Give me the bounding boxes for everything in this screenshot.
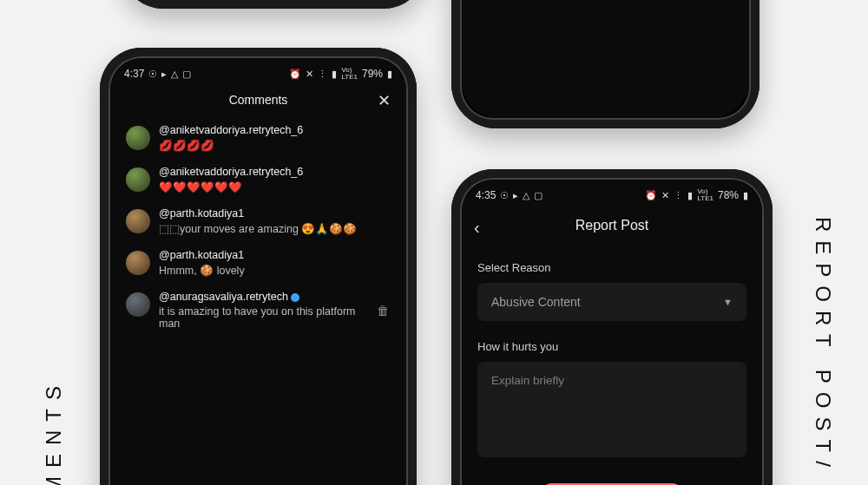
comment-username[interactable]: @anuragsavaliya.retrytech — [159, 291, 368, 303]
comment-text: ❤️❤️❤️❤️❤️❤️ — [159, 180, 303, 193]
mute-icon: ✕ — [661, 191, 669, 200]
comment-username[interactable]: @parth.kotadiya1 — [159, 207, 357, 220]
explain-textarea[interactable]: Explain briefly — [477, 362, 746, 457]
avatar — [126, 126, 150, 150]
lte-icon: Vo)LTE1 — [341, 67, 358, 81]
close-icon[interactable]: ✕ — [378, 91, 391, 110]
comment-item[interactable]: @parth.kotadiya1 Hmmm, 🍪 lovely — [110, 244, 406, 285]
side-label-report: REPORT POST/ — [811, 217, 835, 475]
avatar — [126, 167, 150, 192]
comment-text: ⬚⬚your moves are amazing 😍🙏🍪🍪 — [159, 222, 357, 235]
reason-selected-value: Abusive Content — [491, 295, 581, 309]
mute-icon: ✕ — [306, 69, 313, 79]
comment-item[interactable]: @anuragsavaliya.retrytech it is amazing … — [110, 285, 406, 338]
chevron-down-icon: ▼ — [723, 297, 733, 307]
bell-icon: △ — [171, 69, 178, 79]
wifi-icon: ⋮ — [674, 191, 683, 200]
avatar — [126, 292, 150, 317]
image-icon: ▢ — [182, 69, 191, 79]
delete-comment-icon[interactable]: 🗑 — [377, 304, 391, 318]
comment-username[interactable]: @aniketvaddoriya.retrytech_6 — [159, 166, 303, 178]
comments-list: @aniketvaddoriya.retrytech_6 💋💋💋💋 @anike… — [110, 119, 406, 338]
comment-item[interactable]: @aniketvaddoriya.retrytech_6 💋💋💋💋 — [110, 119, 406, 161]
comment-item[interactable]: @aniketvaddoriya.retrytech_6 ❤️❤️❤️❤️❤️❤… — [110, 161, 406, 202]
side-label-comments: MENTS — [42, 377, 66, 485]
whatsapp-icon: ☉ — [500, 191, 509, 200]
image-icon: ▢ — [534, 191, 542, 200]
textarea-placeholder: Explain briefly — [491, 374, 564, 387]
comment-username[interactable]: @aniketvaddoriya.retrytech_6 — [159, 124, 303, 136]
wifi-icon: ⋮ — [318, 69, 327, 79]
avatar — [126, 251, 150, 275]
comment-text: it is amazing to have you on this platfo… — [159, 305, 368, 330]
signal-icon: ▮ — [687, 191, 693, 200]
comments-header: Comments ✕ — [110, 84, 406, 119]
verified-badge-icon — [291, 293, 299, 302]
status-battery: 79% — [362, 68, 383, 80]
battery-icon: ▮ — [743, 191, 748, 200]
phone-frame-report: 4:35 ☉ ▸ △ ▢ ⏰ ✕ ⋮ ▮ Vo)LTE1 78% ▮ ‹ Rep… — [451, 169, 773, 485]
page-title: Report Post — [575, 218, 648, 233]
reason-label: Select Reason — [477, 261, 746, 274]
whatsapp-icon: ☉ — [148, 69, 157, 79]
status-battery: 78% — [718, 189, 739, 201]
play-icon: ▸ — [513, 191, 518, 200]
phone-frame-partial-top — [122, 0, 425, 9]
status-time: 4:37 — [124, 68, 144, 80]
statusbar: 4:37 ☉ ▸ △ ▢ ⏰ ✕ ⋮ ▮ Vo)LTE1 79% ▮ — [110, 58, 406, 84]
bell-icon: △ — [523, 191, 529, 200]
statusbar: 4:35 ☉ ▸ △ ▢ ⏰ ✕ ⋮ ▮ Vo)LTE1 78% ▮ — [462, 180, 762, 206]
alarm-icon: ⏰ — [289, 69, 301, 79]
phone-frame-notch — [451, 0, 760, 128]
avatar — [126, 209, 150, 233]
comment-item[interactable]: @parth.kotadiya1 ⬚⬚your moves are amazin… — [110, 202, 406, 244]
reason-select[interactable]: Abusive Content ▼ — [477, 283, 746, 321]
comment-text: 💋💋💋💋 — [159, 139, 303, 152]
howhurts-label: How it hurts you — [477, 340, 746, 353]
battery-icon: ▮ — [387, 69, 392, 79]
lte-icon: Vo)LTE1 — [697, 188, 713, 202]
status-time: 4:35 — [476, 189, 496, 201]
page-title: Comments — [229, 93, 288, 107]
signal-icon: ▮ — [332, 69, 337, 79]
comment-text: Hmmm, 🍪 lovely — [159, 264, 245, 277]
report-header: ‹ Report Post — [462, 206, 762, 249]
alarm-icon: ⏰ — [645, 191, 657, 200]
phone-frame-comments: 4:37 ☉ ▸ △ ▢ ⏰ ✕ ⋮ ▮ Vo)LTE1 79% ▮ Comme… — [100, 48, 417, 485]
comment-username[interactable]: @parth.kotadiya1 — [159, 249, 245, 261]
back-icon[interactable]: ‹ — [474, 218, 480, 238]
play-icon: ▸ — [161, 69, 167, 79]
